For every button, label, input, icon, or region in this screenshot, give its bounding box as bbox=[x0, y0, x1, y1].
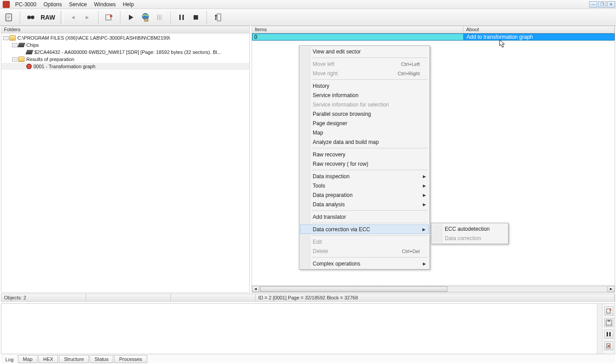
toolbar-globe-button[interactable] bbox=[139, 11, 152, 24]
grid-header: Items About bbox=[252, 26, 615, 33]
mi-raw-recovery[interactable]: Raw recovery bbox=[300, 150, 429, 159]
status-empty2 bbox=[171, 294, 256, 301]
log-export-button[interactable] bbox=[604, 307, 613, 315]
svg-rect-15 bbox=[608, 320, 610, 322]
tab-structure[interactable]: Structure bbox=[59, 355, 89, 363]
folders-tree[interactable]: − C:\PROGRAM FILES (X86)\ACE LAB\PC-3000… bbox=[1, 33, 249, 292]
mi-map[interactable]: Map bbox=[300, 128, 429, 137]
cell-items: 0 bbox=[252, 34, 464, 40]
menu-options[interactable]: Options bbox=[40, 0, 65, 8]
table-row[interactable]: 0 Add to transformation graph bbox=[252, 33, 615, 41]
tree-graph-label: 0001 - Transformation graph bbox=[33, 64, 95, 69]
tree-root-label: C:\PROGRAM FILES (X86)\ACE LAB\PC-3000FL… bbox=[17, 35, 170, 41]
toolbar-play-button[interactable] bbox=[125, 11, 137, 24]
window-restore-button[interactable]: ❐ bbox=[598, 1, 606, 8]
tab-hex[interactable]: HEX bbox=[38, 355, 58, 363]
svg-rect-10 bbox=[217, 14, 221, 21]
svg-rect-12 bbox=[215, 16, 216, 18]
tree-row-graph[interactable]: 0001 - Transformation graph bbox=[1, 63, 249, 70]
horizontal-scrollbar[interactable]: ◄ ► bbox=[252, 285, 615, 292]
mi-page-designer[interactable]: Page designer bbox=[300, 119, 429, 128]
status-info: ID = 2 [0001] Page = 32/18592 Block = 32… bbox=[256, 294, 615, 301]
mi-raw-recovery-row[interactable]: Raw recovery ( for row) bbox=[300, 159, 429, 168]
mi-data-correction: Data correction bbox=[432, 233, 507, 243]
menu-help[interactable]: Help bbox=[119, 0, 137, 8]
mi-complex-operations[interactable]: Complex operations▶ bbox=[300, 259, 429, 268]
toolbar-export-button[interactable] bbox=[103, 11, 116, 24]
mi-delete: DeleteCtrl+Del bbox=[300, 246, 429, 256]
toolbar-script-button[interactable] bbox=[3, 11, 15, 24]
mi-analyze-build-map[interactable]: Analyze data and build map bbox=[300, 137, 429, 147]
toolbar-binoculars-button[interactable] bbox=[25, 11, 37, 24]
scroll-thumb[interactable] bbox=[260, 286, 447, 292]
svg-rect-3 bbox=[30, 16, 32, 18]
folder-icon bbox=[9, 35, 16, 41]
svg-rect-17 bbox=[609, 332, 611, 336]
chips-icon bbox=[17, 43, 25, 47]
toolbar-pause-button[interactable] bbox=[175, 11, 188, 24]
mi-service-information-selection: Service information for selection bbox=[300, 100, 429, 109]
mi-service-information[interactable]: Service information bbox=[300, 90, 429, 100]
tab-map[interactable]: Map bbox=[18, 355, 37, 363]
menu-windows[interactable]: Windows bbox=[91, 0, 120, 8]
log-clear-button[interactable] bbox=[604, 341, 613, 350]
context-menu[interactable]: View and edit sector Move leftCtrl+Left … bbox=[299, 45, 430, 270]
window-close-button[interactable]: ✕ bbox=[607, 1, 615, 8]
menu-service[interactable]: Service bbox=[66, 0, 91, 8]
mi-data-correction-ecc[interactable]: Data correction via ECC▶ bbox=[300, 225, 429, 234]
mi-parallel-source-browsing[interactable]: Parallel source browsing bbox=[300, 109, 429, 119]
log-save-button[interactable] bbox=[604, 318, 613, 327]
status-bar: Objects: 2 ID = 2 [0001] Page = 32/18592… bbox=[1, 294, 615, 302]
scroll-track[interactable] bbox=[260, 286, 607, 292]
menu-app[interactable]: PC-3000 bbox=[12, 0, 40, 8]
scroll-left-button[interactable]: ◄ bbox=[252, 286, 259, 292]
column-items[interactable]: Items bbox=[252, 26, 463, 33]
svg-rect-6 bbox=[145, 19, 148, 21]
tree-chip-item-label: $2CA46432 - AA000000 6WB2D_NW817 [SDR] [… bbox=[34, 49, 221, 55]
tab-status[interactable]: Status bbox=[90, 355, 113, 363]
tab-processes[interactable]: Processes bbox=[114, 355, 147, 363]
mi-ecc-autodetection[interactable]: ECC autodetection bbox=[432, 224, 507, 233]
tree-row-chip-item[interactable]: $2CA46432 - AA000000 6WB2D_NW817 [SDR] [… bbox=[1, 49, 249, 56]
tab-log[interactable]: Log bbox=[1, 356, 18, 363]
log-pause-button[interactable] bbox=[604, 330, 613, 339]
app-icon bbox=[3, 1, 10, 8]
scroll-right-button[interactable]: ► bbox=[608, 286, 615, 292]
log-text-area[interactable] bbox=[1, 304, 597, 354]
tree-row-root[interactable]: − C:\PROGRAM FILES (X86)\ACE LAB\PC-3000… bbox=[1, 34, 249, 41]
toolbar-next-button: ► bbox=[81, 11, 94, 24]
mi-view-edit-sector[interactable]: View and edit sector bbox=[300, 47, 429, 56]
mi-edit: Edit bbox=[300, 237, 429, 246]
mi-move-left: Move leftCtrl+Left bbox=[300, 59, 429, 69]
transformation-graph-icon bbox=[26, 64, 32, 69]
tree-row-chips[interactable]: − Chips bbox=[1, 41, 249, 49]
folders-pane: Folders − C:\PROGRAM FILES (X86)\ACE LAB… bbox=[1, 26, 250, 293]
log-slider[interactable] bbox=[597, 304, 602, 354]
log-panel bbox=[1, 303, 615, 354]
toolbar-bars-button bbox=[153, 11, 166, 24]
folder-icon bbox=[18, 57, 25, 62]
menu-bar: PC-3000 Options Service Windows Help — ❐… bbox=[0, 0, 616, 9]
mi-add-translator[interactable]: Add translator bbox=[300, 212, 429, 221]
svg-rect-13 bbox=[607, 309, 610, 313]
context-submenu-ecc[interactable]: ECC autodetection Data correction bbox=[431, 223, 509, 244]
mi-history[interactable]: History bbox=[300, 81, 429, 90]
mi-data-inspection[interactable]: Data inspection▶ bbox=[300, 172, 429, 181]
folders-header: Folders bbox=[1, 26, 249, 33]
mi-tools[interactable]: Tools▶ bbox=[300, 181, 429, 190]
toolbar-exit-button[interactable] bbox=[211, 11, 224, 24]
svg-rect-7 bbox=[179, 15, 181, 20]
tree-row-results[interactable]: − Results of preparation bbox=[1, 56, 249, 63]
status-objects: Objects: 2 bbox=[1, 294, 86, 301]
bottom-tabs: Log Map HEX Structure Status Processes bbox=[1, 354, 615, 363]
mi-move-right: Move rightCtrl+Right bbox=[300, 69, 429, 78]
tree-chips-label: Chips bbox=[26, 42, 39, 48]
column-about[interactable]: About bbox=[463, 26, 615, 33]
toolbar-stop-button[interactable] bbox=[190, 11, 202, 24]
toolbar: RAW ◄ ► bbox=[0, 9, 616, 26]
mi-data-preparation[interactable]: Data preparation▶ bbox=[300, 190, 429, 200]
toolbar-raw-label[interactable]: RAW bbox=[39, 14, 57, 21]
window-minimize-button[interactable]: — bbox=[589, 1, 597, 8]
chip-icon bbox=[25, 50, 33, 54]
mi-data-analysis[interactable]: Data analysis▶ bbox=[300, 200, 429, 209]
